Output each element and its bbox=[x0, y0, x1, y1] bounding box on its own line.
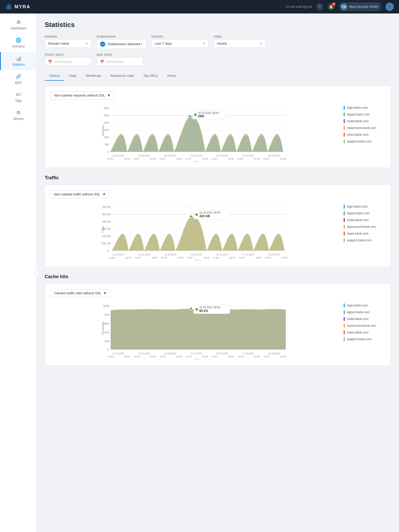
tab-history[interactable]: History bbox=[45, 71, 64, 81]
requests-chart-area: 30M 25M 20M 15M 10M 5M 0 bbox=[50, 105, 385, 162]
svg-text:16.10.2023, 08:03: 16.10.2023, 08:03 bbox=[199, 306, 220, 309]
svg-text:12.10.2023: 12.10.2023 bbox=[112, 253, 124, 256]
legend-label: myaccount.bank.com bbox=[347, 324, 376, 328]
user-avatar: TW bbox=[341, 3, 347, 10]
svg-text:18.10.2023: 18.10.2023 bbox=[268, 352, 280, 355]
tab-rules[interactable]: Rules bbox=[163, 71, 181, 81]
legend-color bbox=[344, 126, 345, 130]
svg-text:10M: 10M bbox=[104, 136, 109, 139]
svg-text:5M: 5M bbox=[105, 143, 109, 146]
sidebar-item-label: Statistics bbox=[12, 63, 25, 66]
filter-row: DOMAIN Domain name ▼ SUBDOMAIN 7x Subdom… bbox=[45, 35, 391, 49]
svg-text:00:00: 00:00 bbox=[124, 158, 130, 160]
tab-data[interactable]: Data bbox=[64, 71, 81, 81]
svg-text:12.10.2023: 12.10.2023 bbox=[112, 352, 124, 355]
user-menu[interactable]: TW Myra Security GmbH bbox=[339, 2, 381, 11]
legend-item: myaccount.bank.com bbox=[344, 324, 385, 328]
profile-avatar[interactable]: 👤 bbox=[385, 3, 394, 11]
cache-hits-section-title: Cache hits bbox=[45, 274, 391, 279]
page-title: Statistics bbox=[45, 21, 391, 29]
svg-text:Time: Time bbox=[195, 260, 201, 261]
legend-item: login.bank.com bbox=[344, 204, 385, 209]
legend-item: login.bank.com bbox=[344, 106, 385, 110]
legend-color bbox=[344, 337, 345, 341]
start-date-group: START DATE 📅 dd/mm/yyyy bbox=[45, 53, 91, 66]
svg-text:12:00: 12:00 bbox=[160, 355, 166, 358]
svg-text:12:00: 12:00 bbox=[263, 158, 269, 160]
svg-text:00:00: 00:00 bbox=[176, 158, 182, 160]
help-icon[interactable]: ? bbox=[316, 3, 323, 10]
cache-hits-chart-card: Cached traffic ratio without SSL ▼ 100% … bbox=[45, 284, 391, 366]
sidebar-item-bgp[interactable]: 🔗 BGP bbox=[0, 70, 36, 88]
svg-text:Percentage: Percentage bbox=[102, 322, 104, 335]
svg-text:13.10.2023: 13.10.2023 bbox=[138, 154, 150, 157]
svg-text:00:00: 00:00 bbox=[230, 256, 236, 259]
svg-text:12.10.2023: 12.10.2023 bbox=[112, 154, 124, 157]
svg-text:12:00: 12:00 bbox=[185, 158, 191, 160]
traffic-chart-svg: 500 KB 400 KB 300 KB 200 KB 100 KB 50K G… bbox=[50, 203, 340, 261]
domain-filter: DOMAIN Domain name ▼ bbox=[45, 35, 91, 49]
legend-color bbox=[344, 133, 345, 137]
legend-item: logout.bank.com bbox=[344, 310, 385, 314]
myra-logo-icon bbox=[5, 3, 12, 10]
svg-text:12:00: 12:00 bbox=[212, 355, 218, 358]
legend-item: news.bank.com bbox=[344, 330, 385, 335]
subdomain-filter-label: SUBDOMAIN bbox=[97, 35, 146, 38]
svg-text:00:00: 00:00 bbox=[124, 355, 130, 358]
legend-color bbox=[344, 231, 345, 236]
svg-text:17.10.2023: 17.10.2023 bbox=[242, 352, 254, 355]
sidebar-item-dashboard[interactable]: ⊞ Dashboard bbox=[0, 16, 36, 34]
subdomain-select[interactable]: 7x Subdomains selected ▼ bbox=[97, 39, 146, 49]
sidebar-item-domains[interactable]: 🌐 Domains bbox=[0, 34, 36, 52]
cache-chart-plot: 100% 80% 60% 40% 20% 0 bbox=[50, 302, 340, 360]
cache-dropdown-label: Cached traffic ratio without SSL bbox=[54, 291, 101, 295]
legend-label: login.bank.com bbox=[347, 106, 368, 110]
svg-text:18.10.2023: 18.10.2023 bbox=[268, 253, 280, 256]
cache-dropdown[interactable]: Cached traffic ratio without SSL ▼ bbox=[50, 289, 111, 297]
legend-item: mobil.bank.com bbox=[344, 317, 385, 321]
svg-text:0: 0 bbox=[107, 348, 109, 351]
notifications-icon[interactable]: 🔔 7 bbox=[328, 3, 335, 10]
chevron-down-icon: ▼ bbox=[140, 43, 143, 46]
start-date-label: START DATE bbox=[45, 53, 91, 56]
legend-item: news.bank.com bbox=[344, 231, 385, 236]
legend-label: mobil.bank.com bbox=[347, 218, 369, 222]
legend-label: news.bank.com bbox=[347, 232, 368, 235]
svg-text:00:00: 00:00 bbox=[150, 355, 156, 358]
tab-response-code[interactable]: Response code bbox=[106, 71, 138, 81]
svg-text:14.10.2023: 14.10.2023 bbox=[164, 253, 176, 256]
sidebar-item-label: Service bbox=[13, 117, 24, 121]
traffic-section-title: Traffic bbox=[45, 175, 391, 181]
view-select[interactable]: Hourly ▼ bbox=[214, 39, 266, 48]
sidebar-collapse-button[interactable]: ‹ bbox=[34, 270, 39, 276]
legend-item: news.bank.com bbox=[344, 133, 385, 137]
domains-icon: 🌐 bbox=[16, 37, 21, 43]
start-date-input[interactable]: 📅 dd/mm/yyyy bbox=[45, 57, 91, 66]
tab-top-urls[interactable]: Top URLs bbox=[138, 71, 163, 81]
sidebar-item-tags[interactable]: 🏷 Tags bbox=[0, 88, 36, 106]
domain-select[interactable]: Domain name ▼ bbox=[45, 39, 91, 48]
legend-color bbox=[344, 112, 345, 117]
brand-name: MYRA bbox=[15, 4, 30, 10]
chevron-down-icon: ▼ bbox=[85, 42, 88, 45]
traffic-chart-legend: login.bank.com logout.bank.com mobil.ban… bbox=[344, 203, 385, 242]
svg-text:100 KB: 100 KB bbox=[102, 235, 111, 238]
end-date-input[interactable]: 📅 dd/mm/yyyy bbox=[97, 57, 143, 66]
svg-text:12:00: 12:00 bbox=[213, 256, 219, 259]
traffic-dropdown[interactable]: Non-cashed traffic without SSL ▼ bbox=[50, 190, 110, 198]
svg-text:00:00: 00:00 bbox=[202, 158, 208, 160]
chevron-down-icon: ▼ bbox=[202, 42, 205, 45]
svg-text:30M: 30M bbox=[104, 107, 109, 110]
legend-label: news.bank.com bbox=[347, 331, 368, 334]
sidebar-item-service[interactable]: ⚙ Service bbox=[0, 106, 36, 124]
tab-worldmap[interactable]: Worldmap bbox=[81, 71, 106, 81]
svg-text:12:00: 12:00 bbox=[186, 355, 192, 358]
svg-text:Requests: Requests bbox=[102, 125, 104, 136]
subdomain-count-badge: 7x bbox=[100, 42, 105, 47]
svg-text:16.10.2023: 16.10.2023 bbox=[216, 352, 228, 355]
svg-text:12:00: 12:00 bbox=[238, 355, 244, 358]
requests-dropdown[interactable]: Non-cashed requests without SSL ▼ bbox=[50, 91, 114, 99]
period-select[interactable]: Last 7 days ▼ bbox=[151, 39, 209, 48]
sidebar-item-statistics[interactable]: 📊 Statistics bbox=[0, 52, 36, 70]
legend-label: logout.bank.com bbox=[347, 113, 370, 116]
